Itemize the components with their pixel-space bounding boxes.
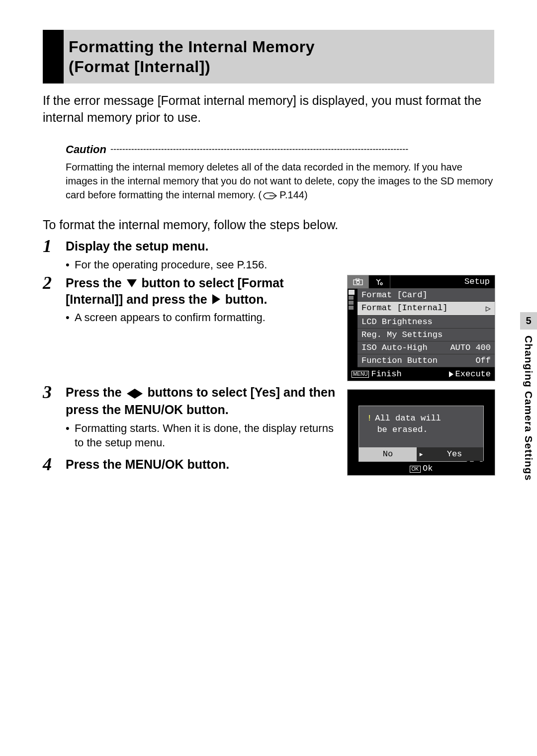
- svg-point-6: [380, 283, 382, 285]
- lcd-footer-left: MENUFinish: [352, 369, 402, 379]
- step-2-title: Press the button to select [Format [Inte…: [66, 275, 337, 307]
- confirm-ok-label: Ok: [423, 464, 433, 473]
- left-right-arrow-icon: [127, 385, 143, 401]
- heading-line1: Formatting the Internal Memory: [69, 38, 315, 56]
- svg-point-5: [357, 281, 359, 284]
- heading-marker: [43, 30, 64, 84]
- lcd-footer: MENUFinish Execute: [348, 367, 495, 381]
- intro-paragraph: If the error message [Format internal me…: [43, 92, 494, 126]
- exclamation-icon: !: [367, 414, 372, 423]
- lcd-row-label: Format [Card]: [361, 290, 428, 300]
- right-arrow-icon: [212, 294, 220, 304]
- lcd-row-format-internal: Format [Internal] ▷: [358, 302, 495, 316]
- page-number: 159: [464, 457, 489, 474]
- step-2: 2 Press the button to select [Format [In…: [43, 275, 494, 381]
- lcd-row-lcd-brightness: LCD Brightness: [358, 316, 495, 329]
- lcd-row-function-button: Function Button Off: [358, 354, 495, 367]
- confirm-yes-label: Yes: [447, 449, 462, 459]
- step-2-num: 2: [43, 274, 60, 380]
- caution-block: Caution --------------------------------…: [66, 143, 494, 202]
- page-ref-icon: [263, 190, 278, 200]
- step-4-title: Press the MENU/OK button.: [66, 456, 337, 473]
- menu-box-icon: MENU: [352, 371, 369, 378]
- lcd-row-label: Reg. My Settings: [361, 330, 443, 339]
- step-2-title-c: button.: [222, 292, 268, 306]
- lcd-tab-setup-label: Setup: [390, 275, 495, 288]
- lcd-tab-tools: [369, 275, 390, 288]
- step-3: 3 Press the buttons to select [Yes] and …: [43, 384, 494, 477]
- heading-line2: (Format [Internal]): [69, 58, 210, 76]
- lcd-scroll-indicator: [348, 289, 358, 367]
- lcd-row-iso-auto: ISO Auto-High AUTO 400: [358, 341, 495, 354]
- side-tab-number: 5: [520, 312, 537, 330]
- lcd-footer-execute: Execute: [455, 369, 491, 379]
- confirm-no-button: No: [359, 447, 417, 461]
- confirm-arrow-icon: ▸: [417, 447, 426, 461]
- caution-dashes: ----------------------------------------…: [110, 144, 494, 155]
- confirm-msg-line1: All data will: [375, 414, 441, 423]
- lcd-setup-menu: Setup: [347, 275, 495, 381]
- lead-paragraph: To format the internal memory, follow th…: [43, 217, 494, 234]
- lcd-row-chevron-icon: ▷: [486, 303, 491, 314]
- section-heading: Formatting the Internal Memory (Format […: [43, 30, 494, 84]
- lcd-row-value: AUTO 400: [450, 343, 491, 352]
- lcd-row-label: ISO Auto-High: [361, 343, 428, 352]
- lcd-rows: Format [Card] Format [Internal] ▷ LCD Br…: [358, 289, 495, 367]
- down-arrow-icon: [127, 279, 137, 287]
- step-1-num: 1: [43, 237, 60, 271]
- execute-arrow-icon: [449, 371, 453, 377]
- step-2-title-a: Press the: [66, 276, 125, 290]
- caution-label: Caution: [66, 143, 106, 156]
- confirm-msg-line2: be erased.: [377, 425, 428, 434]
- caution-body: Formatting the internal memory deletes a…: [66, 160, 494, 202]
- lcd-row-format-card: Format [Card]: [358, 289, 495, 302]
- svg-rect-4: [356, 278, 359, 280]
- confirm-no-label: No: [383, 449, 393, 459]
- step-3-title: Press the buttons to select [Yes] and th…: [66, 384, 337, 418]
- lcd-row-label: Format [Internal]: [361, 303, 448, 314]
- step-3-bullet: Formatting starts. When it is done, the …: [66, 421, 337, 450]
- lcd-footer-right: Execute: [449, 369, 491, 379]
- step-1: 1 Display the setup menu. For the operat…: [43, 238, 494, 272]
- lcd-tabs: Setup: [348, 275, 495, 289]
- lcd-row-value: Off: [475, 356, 491, 365]
- step-1-title: Display the setup menu.: [66, 238, 494, 254]
- caution-page-ref: P.144): [279, 189, 307, 200]
- lcd-tab-camera: [348, 275, 369, 288]
- step-4: 4 Press the MENU/OK button.: [43, 456, 337, 474]
- side-tab-label: Changing Camera Settings: [523, 330, 535, 481]
- lcd-row-label: LCD Brightness: [361, 317, 433, 327]
- confirm-message: !All data will be erased.: [359, 406, 483, 447]
- lcd-row-label: Function Button: [361, 356, 438, 365]
- ok-box-icon: OK: [410, 466, 421, 473]
- step-2-bullet: A screen appears to confirm formatting.: [66, 310, 337, 325]
- lcd-row-reg-settings: Reg. My Settings: [358, 329, 495, 341]
- step-3-title-a: Press the: [66, 385, 125, 399]
- step-1-bullet: For the operating procedure, see P.156.: [66, 257, 494, 272]
- side-tab: 5 Changing Camera Settings: [520, 312, 537, 481]
- lcd-footer-finish: Finish: [371, 369, 401, 379]
- step-4-num: 4: [43, 455, 60, 473]
